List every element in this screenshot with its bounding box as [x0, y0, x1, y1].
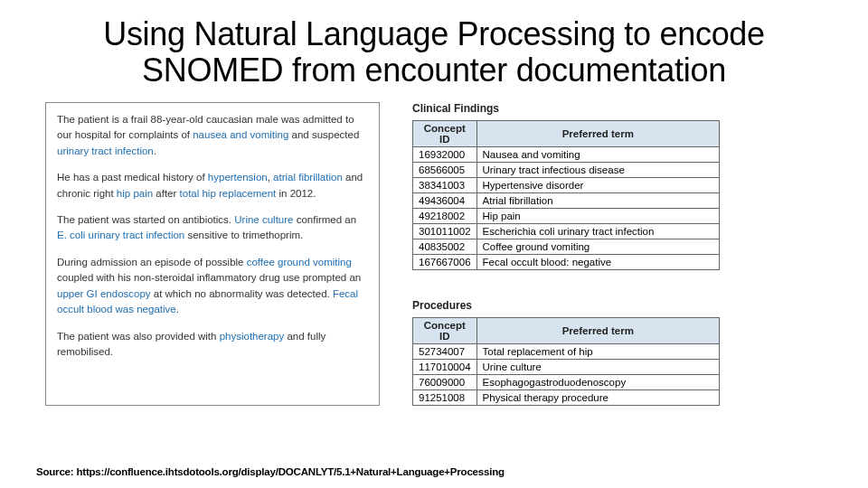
- cell-preferred-term: Atrial fibrillation: [476, 192, 719, 208]
- table-header-row: Concept ID Preferred term: [413, 317, 720, 343]
- hl-nausea-vomiting: nausea and vomiting: [193, 129, 288, 140]
- hl-atrial-fibrillation: atrial fibrillation: [273, 172, 343, 183]
- cell-preferred-term: Total replacement of hip: [476, 343, 719, 359]
- source-label: Source:: [36, 466, 76, 477]
- hl-total-hip-replacement: total hip replacement: [180, 188, 277, 199]
- cell-preferred-term: Urinary tract infectious disease: [476, 162, 719, 177]
- narrative-p3: The patient was started on antibiotics. …: [57, 212, 368, 244]
- text: at which no abnormality was detected.: [151, 288, 333, 299]
- slide: Using Natural Language Processing to enc…: [0, 0, 868, 488]
- text: .: [176, 304, 179, 314]
- table-row: 117010004Urine culture: [413, 359, 720, 374]
- procedures-table: Concept ID Preferred term 52734007Total …: [412, 317, 720, 406]
- cell-preferred-term: Urine culture: [476, 359, 719, 374]
- cell-concept-id: 301011002: [413, 223, 477, 239]
- col-preferred-term: Preferred term: [476, 317, 719, 343]
- cell-preferred-term: Nausea and vomiting: [476, 146, 719, 162]
- text: in 2012.: [276, 188, 316, 199]
- content-row: The patient is a frail 88-year-old cauca…: [45, 102, 823, 406]
- cell-preferred-term: Esophagogastroduodenoscopy: [476, 374, 719, 389]
- cell-concept-id: 16932000: [413, 146, 477, 162]
- hl-upper-gi-endoscopy: upper GI endoscopy: [57, 288, 151, 299]
- hl-ecoli-uti: E. coli urinary tract infection: [57, 230, 184, 240]
- cell-concept-id: 38341003: [413, 177, 477, 192]
- table-row: 167667006Fecal occult blood: negative: [413, 254, 720, 269]
- cell-concept-id: 49218002: [413, 208, 477, 223]
- findings-table: Concept ID Preferred term 16932000Nausea…: [412, 120, 720, 270]
- cell-concept-id: 40835002: [413, 239, 477, 254]
- findings-title: Clinical Findings: [412, 102, 823, 115]
- cell-preferred-term: Fecal occult blood: negative: [476, 254, 719, 269]
- text: During admission an episode of possible: [57, 257, 247, 267]
- table-row: 16932000Nausea and vomiting: [413, 146, 720, 162]
- text: The patient was started on antibiotics.: [57, 214, 234, 225]
- hl-physiotherapy: physiotherapy: [220, 331, 285, 342]
- narrative-p4: During admission an episode of possible …: [57, 255, 368, 318]
- table-row: 301011002Escherichia coli urinary tract …: [413, 223, 720, 239]
- cell-preferred-term: Coffee ground vomiting: [476, 239, 719, 254]
- hl-uti: urinary tract infection: [57, 145, 154, 156]
- cell-concept-id: 52734007: [413, 343, 477, 359]
- cell-concept-id: 68566005: [413, 162, 477, 177]
- table-row: 49218002Hip pain: [413, 208, 720, 223]
- tables-column: Clinical Findings Concept ID Preferred t…: [412, 102, 823, 406]
- table-row: 68566005Urinary tract infectious disease: [413, 162, 720, 177]
- procedures-section: Procedures Concept ID Preferred term 527…: [412, 299, 823, 406]
- text: confirmed an: [293, 214, 356, 225]
- col-concept-id: Concept ID: [413, 317, 477, 343]
- cell-preferred-term: Physical therapy procedure: [476, 389, 719, 405]
- cell-concept-id: 49436004: [413, 192, 477, 208]
- text: coupled with his non-steroidal inflammat…: [57, 272, 361, 283]
- text: and suspected: [288, 129, 359, 140]
- cell-preferred-term: Hypertensive disorder: [476, 177, 719, 192]
- narrative-p5: The patient was also provided with physi…: [57, 329, 368, 361]
- table-row: 49436004Atrial fibrillation: [413, 192, 720, 208]
- table-row: 40835002Coffee ground vomiting: [413, 239, 720, 254]
- slide-title: Using Natural Language Processing to enc…: [45, 16, 823, 89]
- procedures-title: Procedures: [412, 299, 823, 312]
- narrative-p2: He has a past medical history of hyperte…: [57, 170, 368, 202]
- cell-concept-id: 117010004: [413, 359, 477, 374]
- text: after: [153, 188, 179, 199]
- hl-hypertension: hypertension: [208, 172, 268, 183]
- cell-preferred-term: Escherichia coli urinary tract infection: [476, 223, 719, 239]
- hl-coffee-ground-vomiting: coffee ground vomiting: [247, 257, 352, 267]
- text: sensitive to trimethoprim.: [184, 230, 303, 240]
- hl-urine-culture: Urine culture: [234, 214, 293, 225]
- table-row: 52734007Total replacement of hip: [413, 343, 720, 359]
- text: He has a past medical history of: [57, 172, 208, 183]
- table-row: 76009000Esophagogastroduodenoscopy: [413, 374, 720, 389]
- text: .: [154, 145, 156, 156]
- narrative-p1: The patient is a frail 88-year-old cauca…: [57, 112, 368, 159]
- narrative-panel: The patient is a frail 88-year-old cauca…: [45, 102, 380, 406]
- col-concept-id: Concept ID: [413, 120, 477, 146]
- table-row: 91251008Physical therapy procedure: [413, 389, 720, 405]
- source-line: Source: https://confluence.ihtsdotools.o…: [36, 466, 505, 477]
- cell-concept-id: 76009000: [413, 374, 477, 389]
- cell-concept-id: 91251008: [413, 389, 477, 405]
- col-preferred-term: Preferred term: [476, 120, 719, 146]
- hl-hip-pain: hip pain: [117, 188, 153, 199]
- source-url: https://confluence.ihtsdotools.org/displ…: [76, 466, 504, 477]
- table-row: 38341003Hypertensive disorder: [413, 177, 720, 192]
- cell-concept-id: 167667006: [413, 254, 477, 269]
- table-header-row: Concept ID Preferred term: [413, 120, 720, 146]
- text: The patient was also provided with: [57, 331, 220, 342]
- cell-preferred-term: Hip pain: [476, 208, 719, 223]
